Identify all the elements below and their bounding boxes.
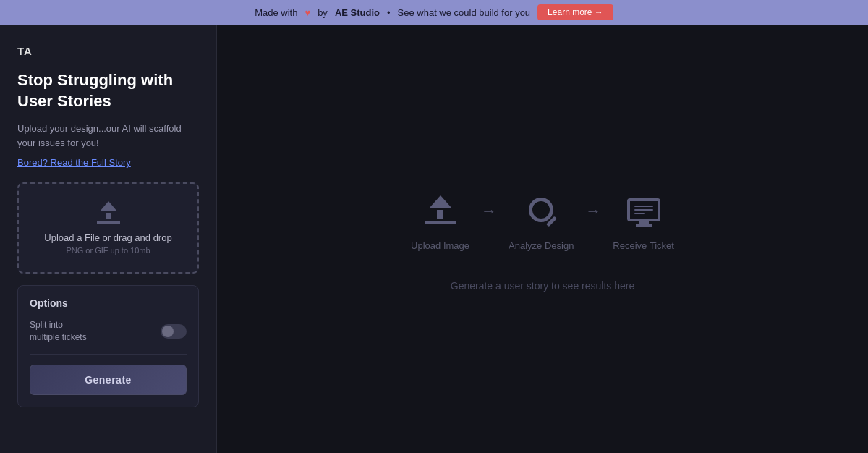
- split-toggle[interactable]: [161, 324, 187, 339]
- generate-button[interactable]: Generate: [30, 365, 187, 395]
- upload-step-icon: [417, 187, 464, 233]
- options-title: Options: [30, 297, 187, 309]
- step-ticket: Receive Ticket: [613, 187, 674, 251]
- by-text: by: [318, 7, 328, 18]
- logo: TA: [17, 45, 199, 57]
- results-placeholder: Generate a user story to see results her…: [451, 280, 634, 292]
- see-text: See what we could build for you: [398, 7, 531, 18]
- heart-icon: ♥: [305, 7, 310, 18]
- top-banner: Made with ♥ by AE Studio • See what we c…: [0, 0, 868, 25]
- analyze-icon-graphic: [529, 198, 553, 222]
- upload-hint: PNG or GIF up to 10mb: [30, 246, 186, 255]
- monitor-line-3: [634, 213, 646, 214]
- sidebar: TA Stop Struggling with User Stories Upl…: [0, 25, 217, 453]
- upload-icon: [30, 201, 186, 224]
- arrow-2: →: [585, 202, 601, 235]
- magnify-circle: [529, 198, 553, 222]
- upload-arrow-icon: [30, 201, 186, 224]
- made-with-text: Made with: [255, 7, 297, 18]
- arrow-1: →: [481, 202, 497, 235]
- upload-icon-graphic: [425, 195, 456, 224]
- sidebar-description: Upload your design...our AI will scaffol…: [17, 122, 199, 150]
- split-option-row: Split into multiple tickets: [30, 319, 187, 355]
- learn-more-button[interactable]: Learn more →: [537, 4, 613, 20]
- split-label: Split into multiple tickets: [30, 319, 87, 344]
- workflow-steps: Upload Image → Analyze Design →: [411, 187, 674, 251]
- monitor-line-1: [634, 206, 653, 207]
- main-layout: TA Stop Struggling with User Stories Upl…: [0, 25, 868, 453]
- magnify-handle: [546, 216, 557, 226]
- upload-label: Upload a File or drag and drop: [30, 232, 186, 243]
- step-ticket-label: Receive Ticket: [613, 240, 674, 251]
- ticket-icon-graphic: [627, 198, 660, 221]
- ticket-step-icon: [621, 187, 667, 233]
- monitor-shape: [627, 198, 660, 221]
- step-analyze-label: Analyze Design: [509, 240, 574, 251]
- bullet-dot: •: [387, 7, 391, 18]
- analyze-step-icon: [518, 187, 564, 233]
- page-title: Stop Struggling with User Stories: [17, 70, 199, 111]
- options-panel: Options Split into multiple tickets Gene…: [17, 285, 199, 407]
- upload-dropzone[interactable]: Upload a File or drag and drop PNG or GI…: [17, 182, 199, 274]
- step-upload-label: Upload Image: [411, 240, 469, 251]
- monitor-lines: [634, 206, 653, 216]
- main-content: Upload Image → Analyze Design →: [217, 25, 868, 453]
- bored-link[interactable]: Bored? Read the Full Story: [17, 157, 199, 168]
- monitor-line-2: [634, 209, 653, 211]
- step-analyze: Analyze Design: [509, 187, 574, 251]
- ae-studio-link[interactable]: AE Studio: [335, 7, 380, 18]
- step-upload: Upload Image: [411, 187, 469, 251]
